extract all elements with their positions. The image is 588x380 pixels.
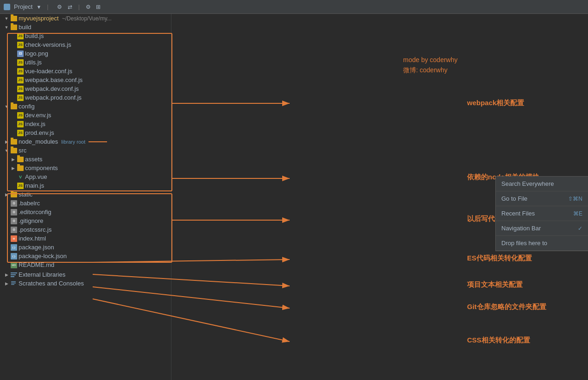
root-arrow <box>4 16 9 21</box>
file-webpack-dev[interactable]: webpack.dev.conf.js <box>0 84 171 93</box>
right-panel: mode by coderwhy 微博: coderwhy webpack相关配… <box>171 14 588 380</box>
drop-files-item: Drop files here to <box>496 236 588 251</box>
js-icon <box>17 33 24 39</box>
folder-node-modules[interactable]: node_modules library root <box>0 137 171 146</box>
file-main-js[interactable]: main.js <box>0 181 171 190</box>
file-vue-loader[interactable]: vue-loader.conf.js <box>0 67 171 76</box>
divider2: | <box>78 3 80 11</box>
js-icon <box>17 95 24 101</box>
file-prod-env[interactable]: prod.env.js <box>0 128 171 137</box>
filename: .gitignore <box>19 217 43 224</box>
go-to-file-item[interactable]: Go to File ⇧⌘N <box>496 191 588 206</box>
folder-static[interactable]: static <box>0 190 171 199</box>
scratches-item[interactable]: Scratches and Consoles <box>0 279 171 288</box>
badge-underline <box>89 141 107 142</box>
build-name: build <box>19 24 31 31</box>
file-check-versions[interactable]: check-versions.js <box>0 40 171 49</box>
file-gitignore[interactable]: ⚙ .gitignore <box>0 216 171 225</box>
config-folder-icon <box>11 104 17 109</box>
build-arrow <box>4 25 9 30</box>
project-label: Project <box>14 3 32 10</box>
expand-icon[interactable]: ⊞ <box>95 3 102 11</box>
search-everywhere-item[interactable]: Search Everywhere <box>496 177 588 191</box>
config-name: config <box>19 103 35 110</box>
config-arrow <box>4 104 9 109</box>
filename: index.js <box>25 120 45 127</box>
go-to-file-label: Go to File <box>501 195 527 202</box>
folder-config[interactable]: config <box>0 102 171 111</box>
folder-assets[interactable]: assets <box>0 155 171 164</box>
scratches-arrow <box>4 281 9 286</box>
gear-icon[interactable]: ⚙ <box>56 3 63 11</box>
file-package-json[interactable]: { } package.json <box>0 243 171 252</box>
html-icon: H <box>11 235 17 242</box>
project-icon <box>4 4 10 10</box>
recent-files-item[interactable]: Recent Files ⌘E <box>496 206 588 221</box>
js-icon <box>17 86 24 92</box>
file-logo-png[interactable]: 🖼 logo.png <box>0 49 171 58</box>
svg-rect-0 <box>11 281 16 282</box>
main-layout: myvuejsproject ~/Desktop/Vue/my... build… <box>0 14 588 380</box>
filename: App.vue <box>25 173 47 180</box>
project-root-item[interactable]: myvuejsproject ~/Desktop/Vue/my... <box>0 14 171 23</box>
file-app-vue[interactable]: App.vue <box>0 172 171 181</box>
file-package-lock-json[interactable]: { } package-lock.json <box>0 252 171 260</box>
navigation-bar-item[interactable]: Navigation Bar ✓ <box>496 221 588 236</box>
static-arrow <box>4 192 9 197</box>
md-icon: MD <box>11 262 17 268</box>
file-readme-md[interactable]: MD README.md <box>0 260 171 269</box>
file-webpack-prod[interactable]: webpack.prod.conf.js <box>0 93 171 102</box>
project-dropdown[interactable]: ▼ <box>36 4 41 10</box>
annotation-es: ES代码相关转化配置 <box>467 254 532 263</box>
svg-rect-1 <box>11 283 16 284</box>
sync-icon[interactable]: ⇄ <box>66 3 74 11</box>
dot-icon: ⚙ <box>11 218 17 224</box>
mode-line2: 微博: coderwhy <box>403 65 458 75</box>
folder-src[interactable]: src <box>0 146 171 155</box>
bars-icon <box>11 272 17 277</box>
filename: check-versions.js <box>25 41 71 48</box>
filename: dev.env.js <box>25 112 51 119</box>
root-folder-icon <box>11 16 17 21</box>
mode-text: mode by coderwhy 微博: coderwhy <box>403 55 458 76</box>
folder-components[interactable]: components <box>0 164 171 172</box>
annotation-webpack: webpack相关配置 <box>467 99 524 108</box>
settings-icon[interactable]: ⚙ <box>84 3 92 11</box>
file-build-js[interactable]: build.js <box>0 32 171 40</box>
filename: build.js <box>25 32 44 39</box>
scratches-label: Scratches and Consoles <box>19 280 84 287</box>
mode-line1: mode by coderwhy <box>403 55 458 65</box>
components-name: components <box>25 165 58 171</box>
svg-rect-2 <box>11 284 14 285</box>
filename: .editorconfig <box>19 209 51 215</box>
assets-folder-icon <box>17 157 24 162</box>
js-icon <box>17 42 24 48</box>
build-folder-icon <box>11 25 17 30</box>
assets-name: assets <box>25 156 43 163</box>
js-icon <box>17 59 24 66</box>
file-index-html[interactable]: H index.html <box>0 234 171 243</box>
external-libraries-item[interactable]: External Libraries <box>0 270 171 279</box>
js-icon <box>17 68 24 75</box>
filename: webpack.base.conf.js <box>25 76 82 83</box>
filename: package.json <box>19 244 54 251</box>
file-editorconfig[interactable]: ⚙ .editorconfig <box>0 208 171 216</box>
filename: .babelrc <box>19 200 40 207</box>
file-utils-js[interactable]: utils.js <box>0 58 171 67</box>
file-dev-env[interactable]: dev.env.js <box>0 111 171 120</box>
annotation-css: CSS相关转化的配置 <box>467 336 530 345</box>
file-postcssrc[interactable]: ⚙ .postcssrc.js <box>0 225 171 234</box>
filename: main.js <box>25 182 44 189</box>
node-name: node_modules <box>19 138 58 145</box>
file-index-js[interactable]: index.js <box>0 120 171 128</box>
static-name: static <box>19 191 32 198</box>
folder-build[interactable]: build <box>0 23 171 32</box>
filename: prod.env.js <box>25 129 54 136</box>
file-webpack-base[interactable]: webpack.base.conf.js <box>0 76 171 84</box>
file-babelrc[interactable]: ⚙ .babelrc <box>0 199 171 208</box>
json-icon: { } <box>11 244 17 251</box>
js-icon <box>17 77 24 83</box>
js-icon <box>17 112 24 119</box>
components-arrow <box>10 165 16 171</box>
root-path: ~/Desktop/Vue/my... <box>62 15 112 22</box>
